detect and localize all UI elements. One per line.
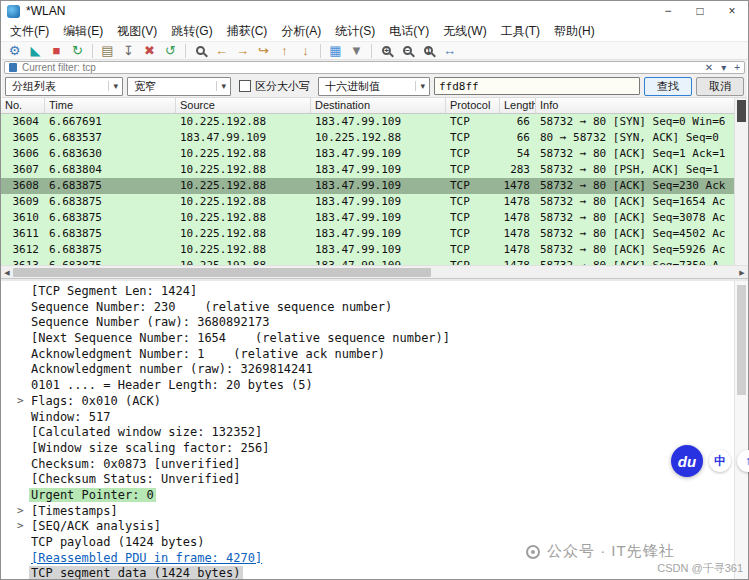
detail-line[interactable]: Sequence Number: 230 (relative sequence … xyxy=(1,300,734,316)
filter-dropdown-icon[interactable]: ▾ xyxy=(717,62,730,73)
go-to-packet-icon[interactable]: ↪ xyxy=(254,42,273,59)
auto-scroll-icon[interactable]: ▼ xyxy=(347,42,366,59)
detail-line[interactable]: Acknowledgment number (raw): 3269814241 xyxy=(1,362,734,378)
detail-line[interactable]: [Calculated window size: 132352] xyxy=(1,425,734,441)
detail-field[interactable]: [Next Sequence Number: 1654 (relative se… xyxy=(31,331,450,345)
detail-field[interactable]: [SEQ/ACK analysis] xyxy=(31,519,161,533)
menu-item-capture[interactable]: 捕获(C) xyxy=(220,21,275,42)
column-header-info[interactable]: Info xyxy=(536,98,736,113)
save-file-icon[interactable]: ↧ xyxy=(119,42,138,59)
scrollbar-thumb[interactable] xyxy=(13,268,431,277)
packet-row-3611[interactable]: 36116.68387510.225.192.88183.47.99.109TC… xyxy=(1,226,736,242)
open-file-icon[interactable]: ▤ xyxy=(98,42,117,59)
resize-columns-icon[interactable]: ↔ xyxy=(440,42,459,59)
column-header-source[interactable]: Source xyxy=(176,98,311,113)
packet-list-scrollbar[interactable] xyxy=(734,98,748,278)
expand-arrow-icon[interactable]: > xyxy=(17,504,24,517)
menu-item-wireless[interactable]: 无线(W) xyxy=(436,21,493,42)
capture-options-icon[interactable]: ⚙ xyxy=(5,42,24,59)
scrollbar-thumb[interactable] xyxy=(737,100,746,122)
detail-field[interactable]: TCP segment data (1424 bytes) xyxy=(29,566,243,579)
menu-item-tools[interactable]: 工具(T) xyxy=(494,21,547,42)
detail-line[interactable]: >[SEQ/ACK analysis] xyxy=(1,519,734,535)
search-input[interactable] xyxy=(434,77,640,95)
detail-line[interactable]: [Window size scaling factor: 256] xyxy=(1,441,734,457)
minimize-button[interactable]: − xyxy=(652,1,684,21)
detail-line[interactable]: Checksum: 0x0873 [unverified] xyxy=(1,457,734,473)
packet-row-3609[interactable]: 36096.68387510.225.192.88183.47.99.109TC… xyxy=(1,194,736,210)
column-header-no[interactable]: No. xyxy=(1,98,45,113)
ime-up-button[interactable]: ↑ xyxy=(737,450,749,472)
detail-link[interactable]: [Reassembled PDU in frame: 4270] xyxy=(31,551,262,565)
packet-row-3613[interactable]: 36136.68387510.225.192.88183.47.99.109TC… xyxy=(1,258,736,265)
display-filter-field[interactable]: Current filter: tcp ✕ ▾ + xyxy=(4,61,745,74)
detail-line[interactable]: >Flags: 0x010 (ACK) xyxy=(1,394,734,410)
detail-field[interactable]: [Window size scaling factor: 256] xyxy=(31,441,269,455)
column-header-length[interactable]: Length xyxy=(500,98,536,113)
stop-capture-icon[interactable]: ■ xyxy=(47,42,66,59)
close-file-icon[interactable]: ✖ xyxy=(140,42,159,59)
detail-field[interactable]: [TCP Segment Len: 1424] xyxy=(31,284,197,298)
restart-capture-icon[interactable]: ↻ xyxy=(68,42,87,59)
add-filter-icon[interactable]: + xyxy=(730,62,744,73)
detail-scrollbar[interactable] xyxy=(734,281,748,579)
detail-field[interactable]: 0101 .... = Header Length: 20 bytes (5) xyxy=(31,378,313,392)
menu-item-analyze[interactable]: 分析(A) xyxy=(274,21,328,42)
expand-arrow-icon[interactable]: > xyxy=(17,394,24,407)
go-back-icon[interactable]: ← xyxy=(212,42,231,59)
packet-row-3610[interactable]: 36106.68387510.225.192.88183.47.99.109TC… xyxy=(1,210,736,226)
search-type-select[interactable]: 十六进制值 ▾ xyxy=(318,77,430,96)
colorize-icon[interactable]: ▦ xyxy=(326,42,345,59)
detail-field[interactable]: Urgent Pointer: 0 xyxy=(29,488,156,502)
menu-item-statistics[interactable]: 统计(S) xyxy=(328,21,382,42)
detail-field[interactable]: [Timestamps] xyxy=(31,504,118,518)
detail-field[interactable]: Sequence Number (raw): 3680892173 xyxy=(31,315,269,329)
menu-item-help[interactable]: 帮助(H) xyxy=(547,21,602,42)
detail-field[interactable]: Window: 517 xyxy=(31,410,110,424)
zoom-in-icon[interactable]: + xyxy=(377,42,396,59)
detail-line[interactable]: Urgent Pointer: 0 xyxy=(1,488,734,504)
clear-filter-icon[interactable]: ✕ xyxy=(701,62,717,73)
zoom-out-icon[interactable]: − xyxy=(398,42,417,59)
search-width-select[interactable]: 宽窄 ▾ xyxy=(127,77,231,96)
detail-line[interactable]: [Checksum Status: Unverified] xyxy=(1,472,734,488)
ime-language-button[interactable]: 中 xyxy=(709,450,731,472)
maximize-button[interactable]: □ xyxy=(684,1,716,21)
detail-line[interactable]: 0101 .... = Header Length: 20 bytes (5) xyxy=(1,378,734,394)
cancel-button[interactable]: 取消 xyxy=(696,77,744,96)
detail-line[interactable]: Sequence Number (raw): 3680892173 xyxy=(1,315,734,331)
menu-item-file[interactable]: 文件(F) xyxy=(3,21,56,42)
go-first-icon[interactable]: ↑ xyxy=(275,42,294,59)
reload-file-icon[interactable]: ↺ xyxy=(161,42,180,59)
menu-item-telephony[interactable]: 电话(Y) xyxy=(382,21,436,42)
detail-field[interactable]: Flags: 0x010 (ACK) xyxy=(31,394,161,408)
case-sensitive-checkbox[interactable]: 区分大小写 xyxy=(235,79,314,94)
column-header-destination[interactable]: Destination xyxy=(311,98,446,113)
detail-field[interactable]: Checksum: 0x0873 [unverified] xyxy=(31,457,241,471)
detail-field[interactable]: [Calculated window size: 132352] xyxy=(31,425,262,439)
close-button[interactable]: × xyxy=(716,1,748,21)
detail-line[interactable]: [TCP Segment Len: 1424] xyxy=(1,284,734,300)
detail-field[interactable]: Acknowledgment Number: 1 (relative ack n… xyxy=(31,347,385,361)
packet-row-3606[interactable]: 36066.68363010.225.192.88183.47.99.109TC… xyxy=(1,146,736,162)
menu-item-view[interactable]: 视图(V) xyxy=(110,21,164,42)
expand-arrow-icon[interactable]: > xyxy=(17,519,24,532)
filter-bookmark-icon[interactable] xyxy=(9,63,17,72)
find-button[interactable]: 查找 xyxy=(644,77,692,96)
start-capture-icon[interactable]: ◣ xyxy=(26,42,45,59)
checkbox-icon[interactable] xyxy=(239,80,251,92)
menu-item-edit[interactable]: 编辑(E) xyxy=(56,21,110,42)
detail-line[interactable]: Acknowledgment Number: 1 (relative ack n… xyxy=(1,347,734,363)
find-packet-icon[interactable] xyxy=(191,42,210,59)
detail-line[interactable]: Window: 517 xyxy=(1,410,734,426)
packet-row-3608[interactable]: 36086.68387510.225.192.88183.47.99.109TC… xyxy=(1,178,736,194)
packet-row-3607[interactable]: 36076.68380410.225.192.88183.47.99.109TC… xyxy=(1,162,736,178)
packet-row-3605[interactable]: 36056.683537183.47.99.10910.225.192.88TC… xyxy=(1,130,736,146)
detail-line[interactable]: [Next Sequence Number: 1654 (relative se… xyxy=(1,331,734,347)
packet-row-3604[interactable]: 36046.66769110.225.192.88183.47.99.109TC… xyxy=(1,114,736,130)
horizontal-scrollbar[interactable]: ◀ ▶ xyxy=(1,265,748,278)
column-header-protocol[interactable]: Protocol xyxy=(446,98,500,113)
search-scope-select[interactable]: 分组列表 ▾ xyxy=(5,77,123,96)
go-last-icon[interactable]: ↓ xyxy=(296,42,315,59)
packet-row-3612[interactable]: 36126.68387510.225.192.88183.47.99.109TC… xyxy=(1,242,736,258)
